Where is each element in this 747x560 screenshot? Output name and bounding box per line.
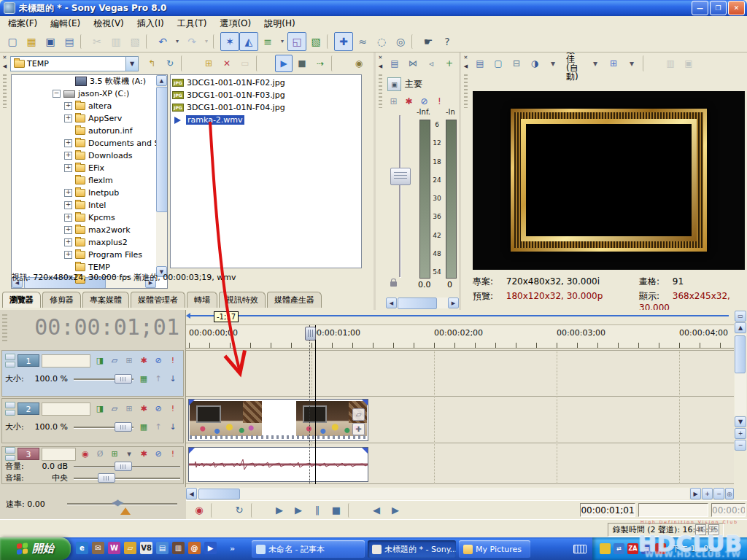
compositing-child-icon[interactable]: ↓ [166,420,180,434]
fader-handle[interactable] [390,168,411,185]
track-motion-icon[interactable]: ▱ [107,402,122,416]
dim-output-icon[interactable]: ◃ [422,55,440,72]
file-item-3dcg1-001-01n-f04[interactable]: 3DCG1-001-01N-F04.jpg [172,101,360,114]
track-size-slider[interactable] [74,374,133,384]
combo-dropdown-icon[interactable]: ▼ [125,57,138,71]
timeline-area[interactable]: -1;17 00:00:00;0000:00:01;0000:00:02;000… [186,310,734,487]
scroll-up-icon[interactable]: ▲ [735,322,746,333]
master-fx-icon[interactable]: ⊞ [386,93,401,109]
tab-transitions[interactable]: 轉場 [187,292,217,308]
tree-item-max2work[interactable]: max2work [12,224,167,236]
quicklaunch-internet-explorer-icon[interactable]: e [76,542,88,554]
compositing-parent-icon[interactable]: ↑ [151,372,166,386]
task-notepad[interactable]: 未命名 - 記事本 [252,540,365,558]
loop-region-line[interactable] [189,315,729,316]
track-name-input[interactable] [42,402,90,416]
redo-icon[interactable]: ↷ [182,32,201,51]
undo-dropdown-icon[interactable]: ▾ [172,32,182,51]
mixer-properties-icon[interactable]: ▤ [386,55,403,72]
stop-preview-icon[interactable]: ■ [293,55,311,72]
collapse-panel-icon[interactable]: ◀ [376,63,384,70]
paste-icon[interactable]: ▧ [125,32,144,51]
expander-icon[interactable] [64,164,72,172]
track-number[interactable]: 1 [18,354,39,367]
selection-start-timecode[interactable] [638,503,708,517]
lock-fader-icon[interactable] [390,281,397,287]
solo-icon[interactable]: ! [166,402,180,416]
composite-mode-icon[interactable]: ▦ [136,372,151,386]
file-item-3dcg1-001-01n-f02[interactable]: 3DCG1-001-01N-F02.jpg [172,77,360,89]
pause-button[interactable]: ‖ [309,502,326,518]
quicklaunch-book-icon[interactable]: ▥ [172,542,185,554]
tree-item-intel[interactable]: Intel [12,199,167,211]
external-monitor-icon[interactable]: ▢ [489,55,507,72]
tree-item-autorun-inf[interactable]: autorun.inf [12,125,167,137]
video-output-fx-icon[interactable]: ⊟ [508,55,525,72]
track-pan-slider[interactable] [74,473,180,483]
quicklaunch-paint-icon[interactable]: W [108,542,120,554]
start-preview-icon[interactable]: ▶ [275,55,293,72]
scroll-down-icon[interactable]: ▼ [735,416,746,427]
expander-icon[interactable] [64,226,72,234]
track-collapse-icon[interactable] [5,447,15,461]
selection-edit-tool-icon[interactable]: ◌ [372,32,391,51]
scroll-left-icon[interactable]: ◀ [386,298,397,308]
automation-settings-icon[interactable]: ✱ [401,93,417,109]
cut-icon[interactable]: ✂ [88,32,107,51]
file-item-ramka-2-wmv[interactable]: ramka-2.wmv [172,114,360,126]
quicklaunch-mail-icon[interactable]: @ [188,542,201,554]
quality-dropdown-icon[interactable]: ▾ [544,55,562,72]
bypass-motion-blur-icon[interactable]: ◨ [93,402,107,416]
track-fx-icon[interactable]: ⊞ [107,447,122,461]
cursor-position-timecode[interactable]: 00:00:01;01 [580,503,635,517]
mute-icon[interactable]: ⊘ [151,402,166,416]
tree-item-kpcms[interactable]: Kpcms [12,211,167,224]
expander-icon[interactable] [64,114,72,122]
expander-icon[interactable] [64,102,72,110]
drag-grip[interactable] [2,314,7,343]
tab-media-generators[interactable]: 媒體產生器 [267,292,322,308]
drag-grip[interactable] [3,74,7,108]
track-fx-icon[interactable]: ⊞ [122,402,136,416]
timeline-timecode-display[interactable]: 00:00:01;01 [12,314,179,340]
drag-grip[interactable] [464,74,468,108]
zoom-edit-tool-icon[interactable]: ◎ [391,32,410,51]
tree-item-efix[interactable]: EFix [12,162,167,174]
mute-icon[interactable]: ⊘ [151,447,166,461]
close-panel-icon[interactable]: ✕ [1,54,9,61]
track-lane-2[interactable]: ▱ ✚ [186,398,734,443]
zoom-in-timeline-icon[interactable]: + [702,488,713,499]
tree-item-flexlm[interactable]: flexlm [12,174,167,187]
collapse-panel-icon[interactable]: ◀ [462,63,470,70]
rate-slider-handle[interactable]: ◀▶ [112,497,122,508]
automation-settings-icon[interactable]: ✱ [136,402,151,416]
preview-properties-icon[interactable]: ▤ [471,55,489,72]
menu-item[interactable]: 檢視(V) [87,16,131,31]
menu-item[interactable]: 工具(T) [171,16,214,31]
track-name-input[interactable] [42,354,90,368]
compositing-parent-icon[interactable]: ↑ [151,420,166,434]
tree-item-altera[interactable]: altera [12,100,167,112]
add-to-favorites-icon[interactable]: ▭ [236,55,254,72]
automatic-ripple-icon[interactable]: ◭ [239,32,258,51]
whats-this-help-icon[interactable]: ? [438,32,457,51]
expander-icon[interactable] [64,139,72,147]
tree-item-jason-xp-c[interactable]: jason-XP (C:) [12,88,167,100]
quicklaunch-notepad-icon[interactable]: ▤ [156,542,169,554]
menu-item[interactable]: 檔案(F) [1,16,44,31]
refresh-icon[interactable]: ↻ [161,55,179,72]
playhead-handle[interactable] [305,327,316,341]
tray-network-icon[interactable]: ⇄ [614,543,624,554]
video-event-clip[interactable]: ▱ ✚ [188,399,368,441]
dock-window-icon[interactable]: ▭ [735,311,746,322]
project-properties-icon[interactable]: ▤ [60,32,79,51]
zoom-out-track-height-icon[interactable]: − [735,440,746,451]
close-panel-icon[interactable]: ✕ [376,54,384,61]
quicklaunch-folder-icon[interactable]: ▱ [124,542,136,554]
quicklaunch-outlook-icon[interactable]: ✉ [92,542,104,554]
tab-trimmer[interactable]: 修剪器 [42,292,81,308]
track-collapse-icon[interactable] [5,402,15,416]
close-icon[interactable]: ✕ [728,1,745,15]
grid-dropdown-icon[interactable]: ▾ [623,55,640,72]
copy-icon[interactable]: ▥ [107,32,125,51]
